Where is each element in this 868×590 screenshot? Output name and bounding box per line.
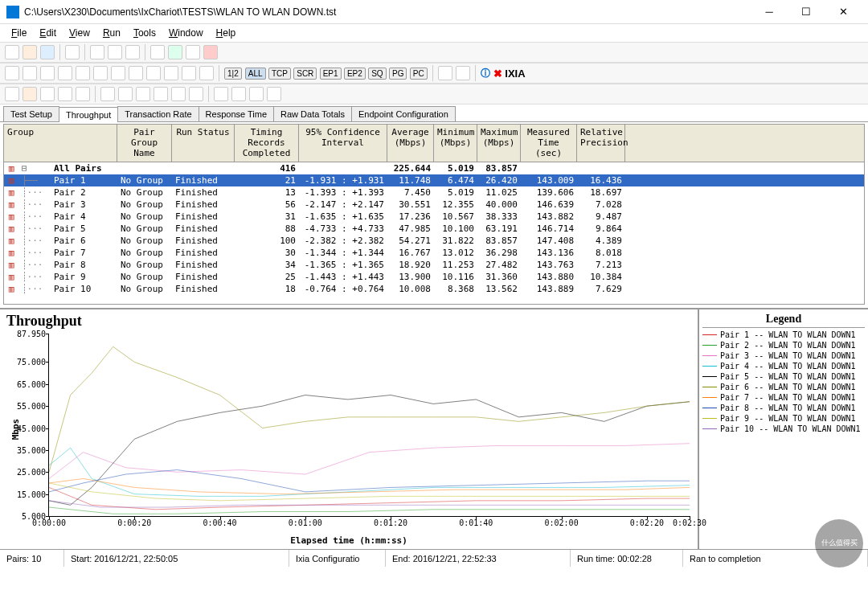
filter-ep1[interactable]: EP1 bbox=[320, 68, 342, 80]
legend-item[interactable]: Pair 4 -- WLAN TO WLAN DOWN1 bbox=[702, 361, 865, 371]
maximize-button[interactable]: ☐ bbox=[788, 0, 825, 24]
open-icon[interactable] bbox=[23, 45, 37, 59]
info-icon[interactable]: ⓘ bbox=[481, 67, 490, 80]
tab-response-time[interactable]: Response Time bbox=[199, 106, 274, 121]
minimize-button[interactable]: ─ bbox=[751, 0, 788, 24]
filter-pc[interactable]: PC bbox=[410, 68, 428, 80]
col-rp[interactable]: Relative Precision bbox=[577, 125, 625, 162]
tool-icon[interactable] bbox=[189, 87, 203, 101]
col-run-status[interactable]: Run Status bbox=[172, 125, 235, 162]
tool-icon[interactable] bbox=[76, 87, 90, 101]
table-row[interactable]: ▥ ├── Pair 1 No Group Finished 21 -1.931… bbox=[4, 174, 864, 186]
col-ci[interactable]: 95% Confidence Interval bbox=[299, 125, 387, 162]
table-row[interactable]: ▥ ┊··· Pair 6 No Group Finished 100 -2.3… bbox=[4, 235, 864, 247]
table-row[interactable]: ▥ ┊··· Pair 9 No Group Finished 25 -1.44… bbox=[4, 271, 864, 283]
tool-icon[interactable] bbox=[58, 66, 72, 80]
tab-raw-data-totals[interactable]: Raw Data Totals bbox=[273, 106, 352, 121]
tab-throughput[interactable]: Throughput bbox=[59, 107, 118, 122]
col-mt[interactable]: Measured Time (sec) bbox=[521, 125, 577, 162]
delete-icon[interactable] bbox=[203, 45, 218, 59]
legend-item[interactable]: Pair 7 -- WLAN TO WLAN DOWN1 bbox=[702, 392, 865, 403]
menu-help[interactable]: Help bbox=[211, 26, 241, 40]
menu-window[interactable]: Window bbox=[164, 26, 208, 40]
menu-view[interactable]: View bbox=[64, 26, 95, 40]
tool-icon[interactable] bbox=[199, 66, 214, 80]
tool-icon[interactable] bbox=[438, 66, 452, 80]
tab-test-setup[interactable]: Test Setup bbox=[3, 106, 59, 121]
filter-all[interactable]: ALL bbox=[245, 68, 266, 80]
print-icon[interactable] bbox=[65, 45, 80, 59]
table-row[interactable]: ▥ ┊··· Pair 2 No Group Finished 13 -1.39… bbox=[4, 186, 864, 199]
filter-scr[interactable]: SCR bbox=[293, 68, 317, 80]
save-icon[interactable] bbox=[40, 45, 55, 59]
col-avg[interactable]: Average (Mbps) bbox=[387, 125, 434, 162]
tool-icon[interactable] bbox=[456, 66, 470, 80]
tool-icon[interactable] bbox=[214, 87, 228, 101]
filter-tcp[interactable]: TCP bbox=[268, 68, 291, 80]
col-group[interactable]: Group bbox=[4, 125, 117, 162]
tool-icon[interactable] bbox=[5, 66, 19, 80]
tool-icon[interactable] bbox=[118, 87, 133, 101]
tool-icon[interactable] bbox=[231, 87, 246, 101]
col-timing[interactable]: Timing Records Completed bbox=[235, 125, 299, 162]
col-min[interactable]: Minimum (Mbps) bbox=[434, 125, 477, 162]
table-row[interactable]: ▥ ┊··· Pair 8 No Group Finished 34 -1.36… bbox=[4, 259, 864, 271]
col-max[interactable]: Maximum (Mbps) bbox=[477, 125, 521, 162]
menu-file[interactable]: File bbox=[6, 26, 31, 40]
tool-icon[interactable] bbox=[146, 66, 161, 80]
menu-tools[interactable]: Tools bbox=[129, 26, 161, 40]
legend-item[interactable]: Pair 10 -- WLAN TO WLAN DOWN1 bbox=[702, 424, 865, 434]
tool-icon[interactable] bbox=[249, 87, 264, 101]
new-icon[interactable] bbox=[5, 45, 19, 59]
grid-body[interactable]: ▥ ⊟ All Pairs 416 225.644 5.019 83.857 ▥… bbox=[4, 162, 864, 304]
paste-icon[interactable] bbox=[186, 45, 200, 59]
tool-icon[interactable] bbox=[154, 87, 168, 101]
tool-icon[interactable] bbox=[267, 87, 281, 101]
tool-icon[interactable] bbox=[23, 66, 37, 80]
table-row[interactable]: ▥ ┊··· Pair 3 No Group Finished 56 -2.14… bbox=[4, 199, 864, 211]
tool-icon[interactable] bbox=[182, 66, 196, 80]
close-button[interactable]: ✕ bbox=[825, 0, 862, 24]
filter-ep2[interactable]: EP2 bbox=[344, 68, 366, 80]
menu-edit[interactable]: Edit bbox=[35, 26, 61, 40]
stop-icon[interactable] bbox=[108, 45, 122, 59]
summary-row[interactable]: ▥ ⊟ All Pairs 416 225.644 5.019 83.857 bbox=[4, 162, 864, 174]
tool-icon[interactable] bbox=[23, 87, 37, 101]
filter-sq[interactable]: SQ bbox=[368, 68, 386, 80]
tool-icon[interactable] bbox=[93, 66, 108, 80]
tool-icon[interactable] bbox=[136, 87, 150, 101]
tool-icon[interactable] bbox=[100, 87, 115, 101]
tool-icon[interactable] bbox=[164, 66, 178, 80]
table-row[interactable]: ▥ ┊··· Pair 10 No Group Finished 18 -0.7… bbox=[4, 283, 864, 295]
tool-icon[interactable] bbox=[76, 66, 90, 80]
run-icon[interactable] bbox=[90, 45, 104, 59]
tool-icon[interactable] bbox=[129, 66, 143, 80]
legend-item[interactable]: Pair 9 -- WLAN TO WLAN DOWN1 bbox=[702, 413, 865, 424]
table-row[interactable]: ▥ ┊··· Pair 4 No Group Finished 31 -1.63… bbox=[4, 211, 864, 223]
filter-pg[interactable]: PG bbox=[389, 68, 407, 80]
legend-item[interactable]: Pair 8 -- WLAN TO WLAN DOWN1 bbox=[702, 403, 865, 413]
tool-icon[interactable] bbox=[58, 87, 72, 101]
legend-item[interactable]: Pair 3 -- WLAN TO WLAN DOWN1 bbox=[702, 350, 865, 361]
tab-endpoint-configuration[interactable]: Endpoint Configuration bbox=[351, 106, 456, 121]
tool-icon[interactable] bbox=[111, 66, 125, 80]
tool-icon[interactable] bbox=[40, 87, 55, 101]
link-icon[interactable] bbox=[150, 45, 165, 59]
loop-icon[interactable] bbox=[125, 45, 140, 59]
table-row[interactable]: ▥ ┊··· Pair 5 No Group Finished 88 -4.73… bbox=[4, 223, 864, 235]
col-pair-group[interactable]: Pair Group Name bbox=[117, 125, 172, 162]
tab-transaction-rate[interactable]: Transaction Rate bbox=[117, 106, 199, 121]
menu-run[interactable]: Run bbox=[98, 26, 125, 40]
legend-item[interactable]: Pair 1 -- WLAN TO WLAN DOWN1 bbox=[702, 330, 865, 340]
toolbar-2: 1|2 ALL TCP SCR EP1 EP2 SQ PG PC ⓘ ✖ IXI… bbox=[0, 63, 868, 84]
toggle-12[interactable]: 1|2 bbox=[224, 68, 242, 80]
legend-line-icon bbox=[702, 355, 717, 356]
tool-icon[interactable] bbox=[171, 87, 186, 101]
tool-icon[interactable] bbox=[5, 87, 19, 101]
legend-item[interactable]: Pair 6 -- WLAN TO WLAN DOWN1 bbox=[702, 382, 865, 392]
tool-icon[interactable] bbox=[40, 66, 55, 80]
copy-icon[interactable] bbox=[168, 45, 182, 59]
table-row[interactable]: ▥ ┊··· Pair 7 No Group Finished 30 -1.34… bbox=[4, 247, 864, 259]
legend-item[interactable]: Pair 2 -- WLAN TO WLAN DOWN1 bbox=[702, 340, 865, 350]
legend-item[interactable]: Pair 5 -- WLAN TO WLAN DOWN1 bbox=[702, 371, 865, 382]
